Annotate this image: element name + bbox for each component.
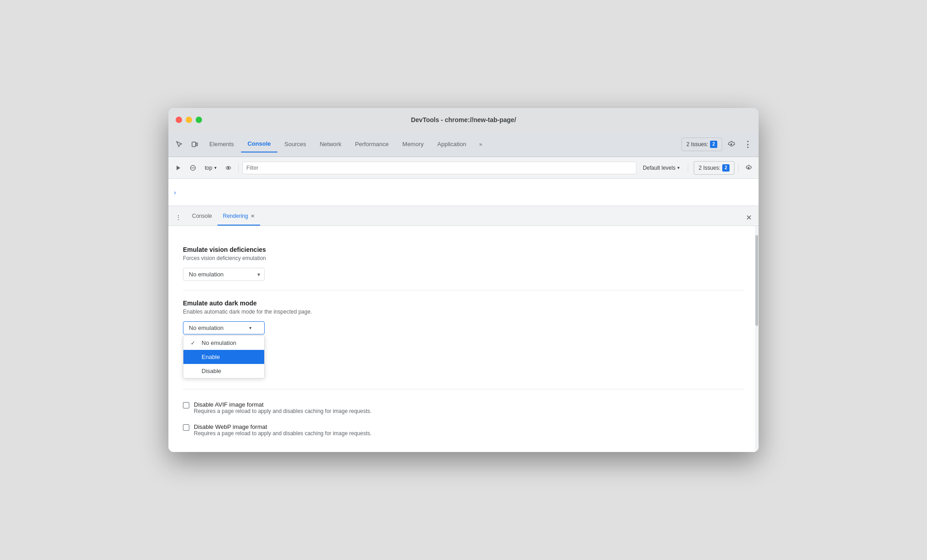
inspect-element-icon[interactable] xyxy=(172,137,187,152)
dark-mode-dropdown-menu: ✓ No emulation Enable Disable xyxy=(183,335,265,378)
tab-application[interactable]: Application xyxy=(431,136,473,152)
minimize-button[interactable] xyxy=(186,117,192,123)
webp-checkbox[interactable] xyxy=(183,424,189,431)
tab-sources[interactable]: Sources xyxy=(278,136,313,152)
toolbar-divider-3 xyxy=(738,163,739,172)
drawer-close-button[interactable]: ✕ xyxy=(742,211,755,224)
dark-mode-chevron-icon: ▾ xyxy=(249,325,251,330)
tab-elements[interactable]: Elements xyxy=(203,136,240,152)
tab-network[interactable]: Network xyxy=(313,136,348,152)
dark-mode-desc: Enables automatic dark mode for the insp… xyxy=(183,309,744,315)
console-toolbar: top ▾ Default levels ▾ 2 Issues: 2 xyxy=(168,157,759,179)
avif-content: Disable AVIF image format Requires a pag… xyxy=(194,401,372,414)
vision-dropdown[interactable]: No emulation Blurred vision Protanopia D… xyxy=(183,268,265,281)
dropdown-item-label: No emulation xyxy=(202,339,237,346)
tab-console[interactable]: Console xyxy=(241,136,277,152)
scrollbar[interactable] xyxy=(755,226,759,452)
issues-toolbar-label: 2 Issues: xyxy=(699,165,720,171)
filter-container xyxy=(242,162,636,174)
content-area: Emulate vision deficiencies Forces visio… xyxy=(168,226,759,452)
toolbar-divider-2 xyxy=(688,163,688,172)
toolbar-divider xyxy=(238,163,239,172)
more-options-icon[interactable]: ⋮ xyxy=(740,137,755,152)
issues-button[interactable]: 2 Issues: 2 xyxy=(681,138,722,151)
svg-marker-2 xyxy=(177,166,180,170)
svg-rect-1 xyxy=(196,143,197,146)
scrollbar-thumb xyxy=(755,235,758,326)
context-label: top xyxy=(205,165,212,171)
avif-desc: Requires a page reload to apply and disa… xyxy=(194,408,372,414)
drawer-tab-bar: ⋮ Console Rendering ✕ ✕ xyxy=(168,206,759,226)
dark-mode-section: Emulate auto dark mode Enables automatic… xyxy=(183,290,744,389)
console-prompt-icon[interactable]: › xyxy=(174,189,176,196)
dark-mode-selected-value: No emulation xyxy=(189,324,224,331)
eye-icon[interactable] xyxy=(222,162,235,174)
tab-performance[interactable]: Performance xyxy=(349,136,395,152)
vision-section: Emulate vision deficiencies Forces visio… xyxy=(183,237,744,290)
dark-mode-title: Emulate auto dark mode xyxy=(183,300,744,307)
issues-count-badge: 2 xyxy=(710,141,717,148)
webp-content: Disable WebP image format Requires a pag… xyxy=(194,423,372,437)
avif-section: Disable AVIF image format Requires a pag… xyxy=(183,397,744,419)
dark-mode-custom-select: No emulation ▾ ✓ No emulation Enable xyxy=(183,321,265,334)
context-chevron-icon: ▾ xyxy=(214,165,217,170)
issues-label: 2 Issues: xyxy=(686,141,708,147)
levels-chevron-icon: ▾ xyxy=(677,165,680,170)
tab-rendering-close-icon[interactable]: ✕ xyxy=(251,213,255,219)
maximize-button[interactable] xyxy=(196,117,202,123)
webp-section: Disable WebP image format Requires a pag… xyxy=(183,419,744,441)
dark-mode-dropdown-btn[interactable]: No emulation ▾ xyxy=(183,321,265,334)
more-tabs-icon[interactable]: » xyxy=(473,137,488,152)
dropdown-item-disable-label: Disable xyxy=(202,368,221,374)
webp-label: Disable WebP image format xyxy=(194,423,372,430)
close-button[interactable] xyxy=(176,117,182,123)
avif-label: Disable AVIF image format xyxy=(194,401,372,408)
issues-toolbar-badge: 2 xyxy=(722,164,730,172)
window-title: DevTools - chrome://new-tab-page/ xyxy=(411,116,516,123)
default-levels-label: Default levels xyxy=(643,165,676,171)
svg-rect-0 xyxy=(192,142,196,147)
drawer-menu-icon[interactable]: ⋮ xyxy=(172,211,185,224)
issues-toolbar-button[interactable]: 2 Issues: 2 xyxy=(694,161,735,175)
webp-desc: Requires a page reload to apply and disa… xyxy=(194,430,372,437)
vision-desc: Forces vision deficiency emulation xyxy=(183,255,744,261)
clear-console-icon[interactable] xyxy=(187,162,199,174)
tab-console-drawer[interactable]: Console xyxy=(187,207,217,226)
avif-checkbox[interactable] xyxy=(183,402,189,408)
default-levels-button[interactable]: Default levels ▾ xyxy=(638,163,684,173)
devtools-window: DevTools - chrome://new-tab-page/ Elemen… xyxy=(168,108,759,452)
console-output: › xyxy=(168,179,759,206)
device-toolbar-icon[interactable] xyxy=(187,137,202,152)
svg-point-7 xyxy=(748,167,749,169)
tab-rendering[interactable]: Rendering ✕ xyxy=(217,207,260,226)
context-selector[interactable]: top ▾ xyxy=(201,162,220,174)
tab-memory[interactable]: Memory xyxy=(396,136,430,152)
vision-title: Emulate vision deficiencies xyxy=(183,246,744,253)
run-script-icon[interactable] xyxy=(172,162,185,174)
svg-point-6 xyxy=(227,167,229,169)
settings-icon[interactable] xyxy=(724,137,739,152)
tab-bar-right: 2 Issues: 2 ⋮ xyxy=(681,137,755,152)
console-settings-icon[interactable] xyxy=(742,162,755,174)
vision-select-wrapper: No emulation Blurred vision Protanopia D… xyxy=(183,268,265,281)
checkmark-icon: ✓ xyxy=(191,340,198,346)
title-bar: DevTools - chrome://new-tab-page/ xyxy=(168,108,759,132)
traffic-lights xyxy=(176,117,202,123)
dropdown-item-enable[interactable]: Enable xyxy=(183,350,264,364)
dropdown-item-no-emulation[interactable]: ✓ No emulation xyxy=(183,336,264,350)
filter-input[interactable] xyxy=(243,162,636,174)
dropdown-item-disable[interactable]: Disable xyxy=(183,364,264,378)
dropdown-item-enable-label: Enable xyxy=(202,354,220,360)
main-tab-bar: Elements Console Sources Network Perform… xyxy=(168,132,759,157)
